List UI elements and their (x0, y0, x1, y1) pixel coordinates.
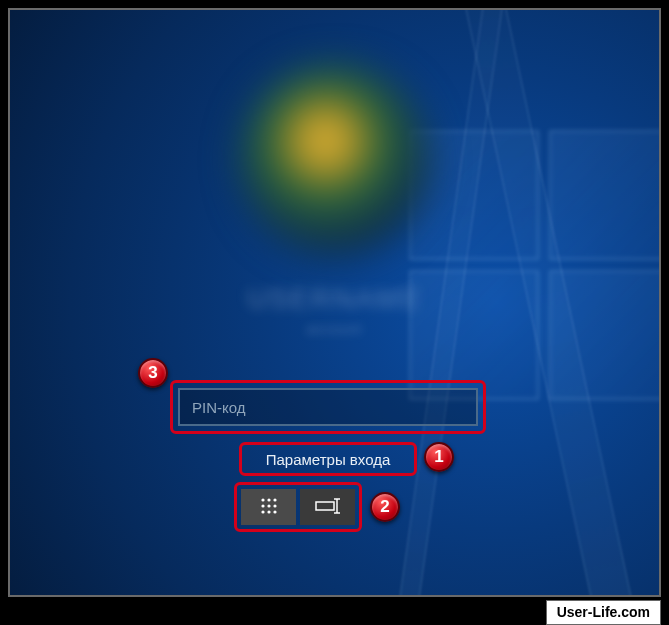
pin-input-callout (170, 380, 486, 434)
user-avatar (240, 65, 430, 255)
svg-point-3 (261, 504, 264, 507)
user-sub: account (155, 321, 515, 337)
svg-point-2 (273, 498, 276, 501)
svg-point-0 (261, 498, 264, 501)
watermark: User-Life.com (546, 600, 661, 625)
lock-screen: USERNAME account Параметры входа (8, 8, 661, 597)
signin-options-callout: Параметры входа (239, 442, 417, 476)
annotation-badge-2: 2 (370, 492, 400, 522)
svg-point-5 (273, 504, 276, 507)
signin-options-link[interactable]: Параметры входа (266, 451, 391, 468)
svg-rect-9 (316, 502, 334, 510)
svg-point-7 (267, 510, 270, 513)
password-cursor-icon (315, 497, 341, 518)
annotation-badge-1: 1 (424, 442, 454, 472)
pin-input[interactable] (178, 388, 478, 426)
user-name: USERNAME (155, 283, 515, 315)
annotation-badge-3: 3 (138, 358, 168, 388)
signin-methods-callout (234, 482, 362, 532)
svg-point-6 (261, 510, 264, 513)
keypad-icon (259, 496, 279, 519)
svg-point-8 (273, 510, 276, 513)
svg-point-4 (267, 504, 270, 507)
svg-point-1 (267, 498, 270, 501)
user-block: USERNAME account (155, 65, 515, 337)
method-pin-button[interactable] (241, 489, 296, 525)
method-password-button[interactable] (300, 489, 355, 525)
